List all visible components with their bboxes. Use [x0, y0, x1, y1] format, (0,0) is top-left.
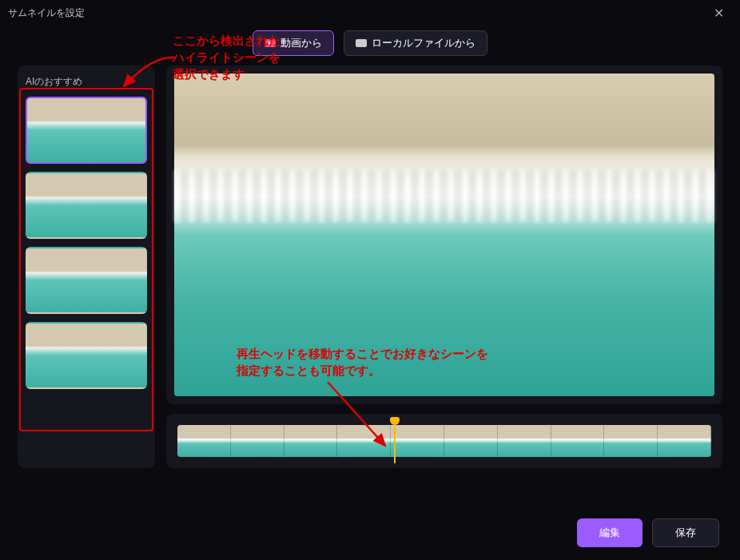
timeline-frame — [391, 425, 444, 457]
playhead[interactable] — [394, 419, 396, 463]
timeline-strip[interactable] — [177, 425, 711, 457]
preview-panel — [166, 66, 722, 404]
ai-thumb-3[interactable] — [26, 247, 147, 314]
timeline-frame — [231, 425, 284, 457]
timeline-frame — [498, 425, 551, 457]
preview-image — [174, 73, 714, 396]
save-button[interactable]: 保存 — [652, 518, 719, 547]
tab-from-video[interactable]: 動画から — [253, 30, 334, 56]
timeline-frame — [551, 425, 605, 457]
image-icon — [356, 39, 367, 47]
timeline-frame — [658, 425, 711, 457]
ai-recommend-sidebar: AIのおすすめ — [18, 66, 155, 468]
close-icon[interactable]: ✕ — [707, 2, 730, 24]
timeline-panel — [166, 414, 722, 468]
wave-texture — [174, 170, 714, 222]
tab-from-local-file[interactable]: ローカルファイルから — [344, 30, 487, 56]
tab-label-video: 動画から — [280, 36, 322, 50]
ai-thumb-4[interactable] — [26, 322, 147, 389]
timeline-frame — [604, 425, 658, 457]
tab-label-local: ローカルファイルから — [372, 36, 475, 50]
timeline-frame — [177, 425, 231, 457]
sidebar-title: AIのおすすめ — [26, 75, 147, 89]
timeline-frame — [284, 425, 338, 457]
window-title: サムネイルを設定 — [8, 6, 85, 20]
ai-thumb-2[interactable] — [26, 172, 147, 239]
timeline-frame — [337, 425, 391, 457]
video-icon — [265, 39, 276, 47]
ai-thumb-1[interactable] — [26, 97, 147, 164]
edit-button[interactable]: 編集 — [577, 518, 643, 547]
timeline-frame — [444, 425, 498, 457]
